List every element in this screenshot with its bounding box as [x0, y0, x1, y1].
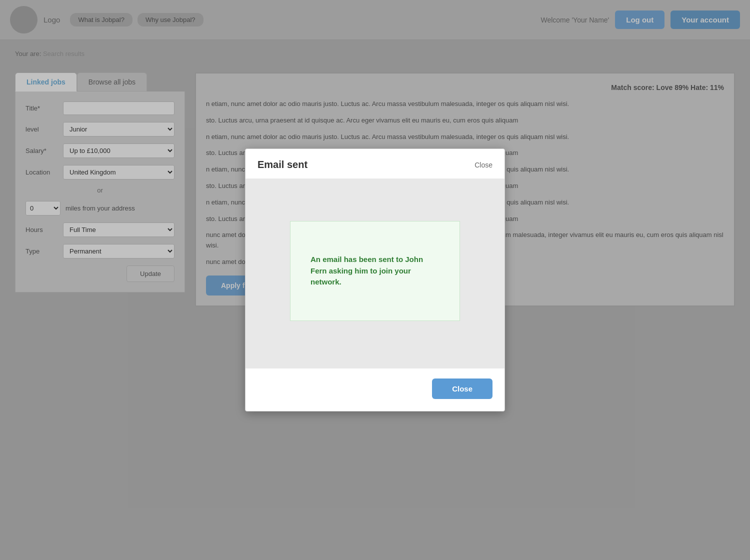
modal-close-text-top[interactable]: Close [474, 161, 492, 169]
modal-overlay[interactable]: Email sent Close An email has been sent … [0, 0, 750, 560]
modal-title: Email sent [258, 159, 308, 170]
modal-close-button[interactable]: Close [432, 378, 492, 399]
modal-footer: Close [246, 378, 504, 411]
email-success-box: An email has been sent to John Fern aski… [290, 221, 460, 321]
email-sent-modal: Email sent Close An email has been sent … [245, 148, 505, 412]
modal-body: An email has been sent to John Fern aski… [246, 178, 504, 368]
email-success-message: An email has been sent to John Fern aski… [310, 254, 440, 288]
modal-header: Email sent Close [246, 149, 504, 178]
